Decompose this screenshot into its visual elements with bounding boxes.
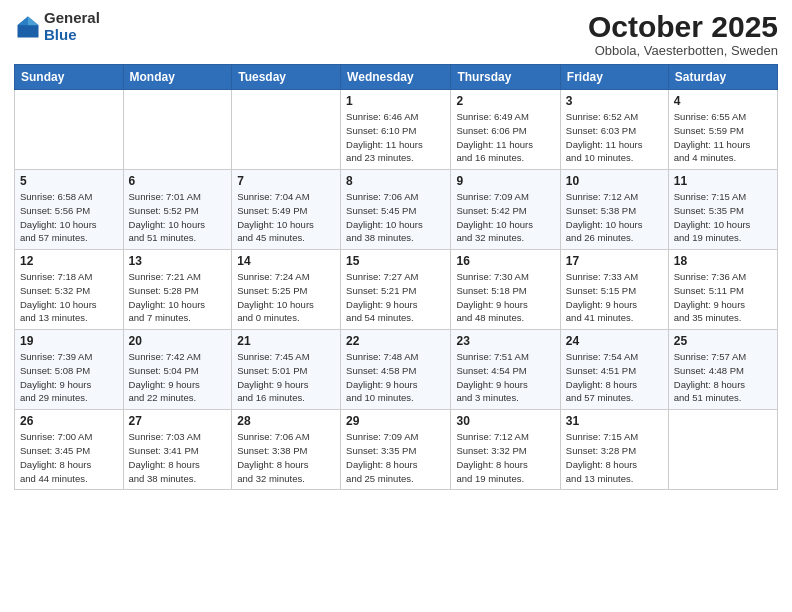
day-info: Sunrise: 7:09 AMSunset: 3:35 PMDaylight:… — [346, 430, 445, 485]
table-row: 17Sunrise: 7:33 AMSunset: 5:15 PMDayligh… — [560, 250, 668, 330]
day-info: Sunrise: 7:57 AMSunset: 4:48 PMDaylight:… — [674, 350, 772, 405]
calendar-header-row: Sunday Monday Tuesday Wednesday Thursday… — [15, 65, 778, 90]
day-info: Sunrise: 6:55 AMSunset: 5:59 PMDaylight:… — [674, 110, 772, 165]
day-info: Sunrise: 7:04 AMSunset: 5:49 PMDaylight:… — [237, 190, 335, 245]
day-number: 8 — [346, 174, 445, 188]
table-row — [123, 90, 232, 170]
table-row: 8Sunrise: 7:06 AMSunset: 5:45 PMDaylight… — [341, 170, 451, 250]
day-number: 3 — [566, 94, 663, 108]
day-number: 6 — [129, 174, 227, 188]
day-number: 22 — [346, 334, 445, 348]
col-wednesday: Wednesday — [341, 65, 451, 90]
table-row: 25Sunrise: 7:57 AMSunset: 4:48 PMDayligh… — [668, 330, 777, 410]
table-row: 2Sunrise: 6:49 AMSunset: 6:06 PMDaylight… — [451, 90, 560, 170]
day-number: 27 — [129, 414, 227, 428]
day-number: 19 — [20, 334, 118, 348]
day-number: 21 — [237, 334, 335, 348]
day-info: Sunrise: 7:06 AMSunset: 5:45 PMDaylight:… — [346, 190, 445, 245]
table-row: 19Sunrise: 7:39 AMSunset: 5:08 PMDayligh… — [15, 330, 124, 410]
day-number: 1 — [346, 94, 445, 108]
day-info: Sunrise: 6:46 AMSunset: 6:10 PMDaylight:… — [346, 110, 445, 165]
table-row: 6Sunrise: 7:01 AMSunset: 5:52 PMDaylight… — [123, 170, 232, 250]
table-row — [15, 90, 124, 170]
logo-text: General Blue — [44, 10, 100, 43]
calendar-week-row: 1Sunrise: 6:46 AMSunset: 6:10 PMDaylight… — [15, 90, 778, 170]
day-info: Sunrise: 6:52 AMSunset: 6:03 PMDaylight:… — [566, 110, 663, 165]
table-row: 13Sunrise: 7:21 AMSunset: 5:28 PMDayligh… — [123, 250, 232, 330]
calendar-week-row: 5Sunrise: 6:58 AMSunset: 5:56 PMDaylight… — [15, 170, 778, 250]
day-info: Sunrise: 7:15 AMSunset: 5:35 PMDaylight:… — [674, 190, 772, 245]
calendar-week-row: 19Sunrise: 7:39 AMSunset: 5:08 PMDayligh… — [15, 330, 778, 410]
day-number: 26 — [20, 414, 118, 428]
day-info: Sunrise: 7:51 AMSunset: 4:54 PMDaylight:… — [456, 350, 554, 405]
table-row: 24Sunrise: 7:54 AMSunset: 4:51 PMDayligh… — [560, 330, 668, 410]
day-info: Sunrise: 7:09 AMSunset: 5:42 PMDaylight:… — [456, 190, 554, 245]
table-row: 31Sunrise: 7:15 AMSunset: 3:28 PMDayligh… — [560, 410, 668, 490]
day-number: 12 — [20, 254, 118, 268]
table-row: 14Sunrise: 7:24 AMSunset: 5:25 PMDayligh… — [232, 250, 341, 330]
day-info: Sunrise: 7:12 AMSunset: 5:38 PMDaylight:… — [566, 190, 663, 245]
col-sunday: Sunday — [15, 65, 124, 90]
table-row: 18Sunrise: 7:36 AMSunset: 5:11 PMDayligh… — [668, 250, 777, 330]
table-row: 5Sunrise: 6:58 AMSunset: 5:56 PMDaylight… — [15, 170, 124, 250]
table-row: 16Sunrise: 7:30 AMSunset: 5:18 PMDayligh… — [451, 250, 560, 330]
day-number: 13 — [129, 254, 227, 268]
location-subtitle: Obbola, Vaesterbotten, Sweden — [588, 43, 778, 58]
day-number: 29 — [346, 414, 445, 428]
table-row: 28Sunrise: 7:06 AMSunset: 3:38 PMDayligh… — [232, 410, 341, 490]
day-info: Sunrise: 7:33 AMSunset: 5:15 PMDaylight:… — [566, 270, 663, 325]
table-row: 10Sunrise: 7:12 AMSunset: 5:38 PMDayligh… — [560, 170, 668, 250]
page: General Blue October 2025 Obbola, Vaeste… — [0, 0, 792, 612]
day-info: Sunrise: 7:54 AMSunset: 4:51 PMDaylight:… — [566, 350, 663, 405]
day-number: 14 — [237, 254, 335, 268]
logo-general-text: General — [44, 10, 100, 27]
table-row: 21Sunrise: 7:45 AMSunset: 5:01 PMDayligh… — [232, 330, 341, 410]
table-row: 30Sunrise: 7:12 AMSunset: 3:32 PMDayligh… — [451, 410, 560, 490]
day-number: 7 — [237, 174, 335, 188]
day-info: Sunrise: 7:01 AMSunset: 5:52 PMDaylight:… — [129, 190, 227, 245]
col-tuesday: Tuesday — [232, 65, 341, 90]
day-info: Sunrise: 7:45 AMSunset: 5:01 PMDaylight:… — [237, 350, 335, 405]
title-block: October 2025 Obbola, Vaesterbotten, Swed… — [588, 10, 778, 58]
table-row: 27Sunrise: 7:03 AMSunset: 3:41 PMDayligh… — [123, 410, 232, 490]
table-row: 15Sunrise: 7:27 AMSunset: 5:21 PMDayligh… — [341, 250, 451, 330]
table-row: 12Sunrise: 7:18 AMSunset: 5:32 PMDayligh… — [15, 250, 124, 330]
day-number: 16 — [456, 254, 554, 268]
col-monday: Monday — [123, 65, 232, 90]
day-info: Sunrise: 7:18 AMSunset: 5:32 PMDaylight:… — [20, 270, 118, 325]
day-info: Sunrise: 7:42 AMSunset: 5:04 PMDaylight:… — [129, 350, 227, 405]
day-info: Sunrise: 7:48 AMSunset: 4:58 PMDaylight:… — [346, 350, 445, 405]
day-info: Sunrise: 7:30 AMSunset: 5:18 PMDaylight:… — [456, 270, 554, 325]
day-info: Sunrise: 7:21 AMSunset: 5:28 PMDaylight:… — [129, 270, 227, 325]
header: General Blue October 2025 Obbola, Vaeste… — [14, 10, 778, 58]
calendar-week-row: 26Sunrise: 7:00 AMSunset: 3:45 PMDayligh… — [15, 410, 778, 490]
day-number: 20 — [129, 334, 227, 348]
day-number: 31 — [566, 414, 663, 428]
col-friday: Friday — [560, 65, 668, 90]
table-row: 26Sunrise: 7:00 AMSunset: 3:45 PMDayligh… — [15, 410, 124, 490]
day-info: Sunrise: 7:27 AMSunset: 5:21 PMDaylight:… — [346, 270, 445, 325]
table-row: 9Sunrise: 7:09 AMSunset: 5:42 PMDaylight… — [451, 170, 560, 250]
svg-marker-1 — [28, 16, 39, 25]
day-number: 9 — [456, 174, 554, 188]
day-info: Sunrise: 7:12 AMSunset: 3:32 PMDaylight:… — [456, 430, 554, 485]
logo: General Blue — [14, 10, 100, 43]
svg-marker-2 — [18, 16, 29, 25]
table-row: 20Sunrise: 7:42 AMSunset: 5:04 PMDayligh… — [123, 330, 232, 410]
day-info: Sunrise: 7:39 AMSunset: 5:08 PMDaylight:… — [20, 350, 118, 405]
table-row: 11Sunrise: 7:15 AMSunset: 5:35 PMDayligh… — [668, 170, 777, 250]
day-number: 5 — [20, 174, 118, 188]
day-number: 24 — [566, 334, 663, 348]
table-row — [668, 410, 777, 490]
table-row — [232, 90, 341, 170]
col-thursday: Thursday — [451, 65, 560, 90]
day-info: Sunrise: 7:15 AMSunset: 3:28 PMDaylight:… — [566, 430, 663, 485]
day-number: 18 — [674, 254, 772, 268]
day-number: 15 — [346, 254, 445, 268]
table-row: 7Sunrise: 7:04 AMSunset: 5:49 PMDaylight… — [232, 170, 341, 250]
table-row: 23Sunrise: 7:51 AMSunset: 4:54 PMDayligh… — [451, 330, 560, 410]
day-info: Sunrise: 6:58 AMSunset: 5:56 PMDaylight:… — [20, 190, 118, 245]
day-number: 10 — [566, 174, 663, 188]
day-info: Sunrise: 7:00 AMSunset: 3:45 PMDaylight:… — [20, 430, 118, 485]
day-number: 30 — [456, 414, 554, 428]
